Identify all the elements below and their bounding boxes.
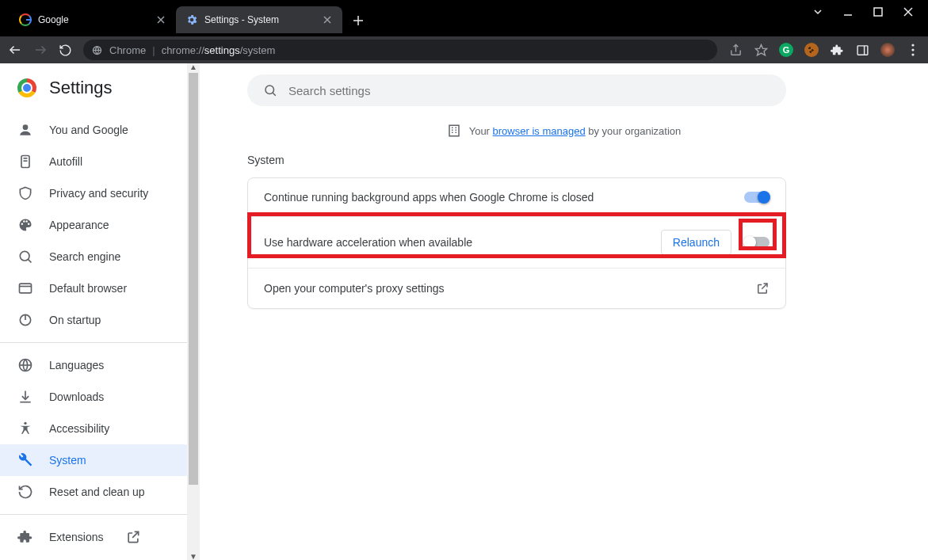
nav-you-and-google[interactable]: You and Google [0, 114, 200, 146]
tab-settings[interactable]: Settings - System [176, 6, 342, 33]
close-icon[interactable] [322, 14, 333, 25]
google-favicon [19, 13, 32, 26]
search-icon [263, 83, 277, 97]
url-post: /system [240, 44, 276, 56]
svg-rect-16 [857, 45, 868, 54]
chrome-logo-icon [17, 78, 36, 97]
scrollbar-thumb[interactable] [189, 73, 198, 485]
extension-icons: G [728, 43, 920, 57]
relaunch-button[interactable]: Relaunch [661, 230, 731, 255]
browser-managed-link[interactable]: browser is managed [493, 125, 586, 137]
browser-toolbar: Chrome | chrome://settings/system G [0, 36, 928, 63]
nav-privacy-and-security[interactable]: Privacy and security [0, 177, 200, 209]
settings-page: ▲ ▼ Settings You and Google Autofill Pri… [0, 63, 928, 560]
managed-banner: Your browser is managed by your organiza… [247, 106, 880, 149]
nav-accessibility[interactable]: Accessibility [0, 413, 200, 444]
cookie-extension-icon[interactable] [804, 43, 819, 57]
system-card: Continue running background apps when Go… [247, 177, 786, 309]
share-icon[interactable] [728, 43, 743, 57]
close-window-icon[interactable] [903, 6, 914, 17]
svg-line-36 [133, 531, 139, 538]
back-button[interactable] [8, 43, 22, 57]
site-info-icon [91, 44, 103, 56]
maximize-icon[interactable] [873, 6, 884, 17]
svg-point-37 [265, 86, 274, 94]
nav-extensions[interactable]: Extensions [0, 521, 200, 553]
settings-brand: Settings [0, 74, 200, 109]
bookmark-star-icon[interactable] [754, 43, 768, 57]
omnibox-prefix: Chrome [109, 44, 146, 56]
scrollbar[interactable]: ▲ ▼ [187, 63, 200, 560]
nav: You and Google Autofill Privacy and secu… [0, 109, 200, 553]
search-settings[interactable] [247, 74, 786, 106]
svg-point-25 [20, 251, 29, 261]
url-pre: chrome:// [162, 44, 204, 56]
tab-google[interactable]: Google [10, 6, 176, 33]
content-area: Your browser is managed by your organiza… [200, 63, 928, 560]
search-input[interactable] [288, 84, 770, 97]
extensions-puzzle-icon[interactable] [830, 43, 844, 57]
sidebar: ▲ ▼ Settings You and Google Autofill Pri… [0, 63, 200, 560]
svg-point-18 [911, 44, 914, 46]
setting-proxy[interactable]: Open your computer's proxy settings [248, 268, 785, 308]
forward-button[interactable] [33, 43, 48, 57]
sidepanel-icon[interactable] [855, 43, 869, 57]
close-icon[interactable] [155, 14, 166, 25]
nav-languages[interactable]: Languages [0, 349, 200, 381]
toggle-background-apps[interactable] [744, 192, 770, 203]
grammarly-extension-icon[interactable]: G [779, 43, 793, 57]
nav-default-browser[interactable]: Default browser [0, 272, 200, 304]
svg-line-26 [28, 259, 31, 262]
nav-appearance[interactable]: Appearance [0, 209, 200, 241]
tab-title: Google [38, 14, 149, 25]
nav-search-engine[interactable]: Search engine [0, 241, 200, 272]
setting-label: Continue running background apps when Go… [264, 191, 594, 204]
svg-line-46 [762, 284, 767, 289]
svg-rect-7 [874, 8, 882, 16]
nav-downloads[interactable]: Downloads [0, 381, 200, 413]
reload-button[interactable] [59, 44, 72, 57]
svg-point-35 [24, 422, 26, 425]
chevron-down-icon[interactable] [812, 6, 823, 17]
svg-rect-27 [20, 284, 32, 293]
external-link-icon [755, 281, 770, 295]
setting-background-apps: Continue running background apps when Go… [248, 178, 785, 216]
svg-line-38 [273, 93, 276, 96]
nav-reset-and-clean-up[interactable]: Reset and clean up [0, 476, 200, 508]
setting-hardware-acceleration: Use hardware acceleration when available… [248, 216, 785, 268]
url-bold: settings [204, 44, 240, 56]
svg-point-20 [911, 53, 914, 55]
building-icon [447, 124, 461, 138]
window-controls [812, 0, 928, 17]
svg-point-21 [23, 124, 29, 130]
window-titlebar: Google Settings - System [0, 0, 928, 36]
external-link-icon [125, 529, 141, 545]
nav-on-startup[interactable]: On startup [0, 304, 200, 336]
new-tab-button[interactable] [347, 10, 369, 32]
gear-icon [185, 13, 198, 26]
minimize-icon[interactable] [842, 6, 854, 17]
scroll-up-icon[interactable]: ▲ [189, 63, 197, 71]
nav-system[interactable]: System [0, 444, 200, 476]
scroll-down-icon[interactable]: ▼ [189, 552, 197, 560]
kebab-menu-icon[interactable] [906, 43, 920, 57]
address-bar[interactable]: Chrome | chrome://settings/system [83, 40, 717, 60]
svg-marker-15 [755, 44, 766, 55]
svg-rect-39 [449, 125, 459, 136]
tab-title: Settings - System [204, 14, 315, 25]
profile-avatar[interactable] [880, 43, 895, 57]
svg-point-19 [911, 48, 914, 51]
setting-label: Open your computer's proxy settings [264, 282, 445, 295]
toggle-hardware-acceleration[interactable] [744, 237, 770, 248]
tab-strip: Google Settings - System [0, 0, 369, 36]
page-title: Settings [49, 78, 113, 98]
setting-label: Use hardware acceleration when available [264, 236, 472, 249]
section-title: System [247, 149, 786, 177]
nav-autofill[interactable]: Autofill [0, 146, 200, 177]
